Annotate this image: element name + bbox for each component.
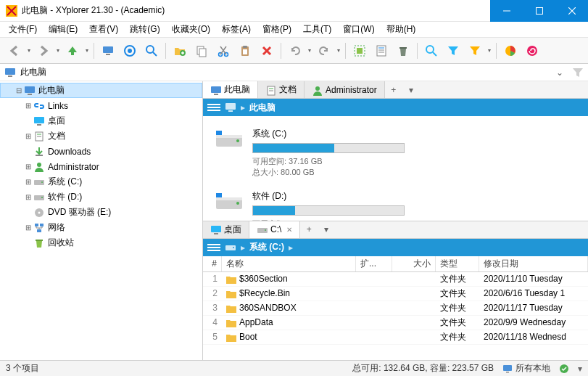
menu-item[interactable]: 收藏夹(O)	[166, 22, 216, 37]
redo-button[interactable]	[314, 41, 334, 61]
breadcrumb-item[interactable]: 系统 (C:)	[249, 241, 284, 253]
file-row[interactable]: 5Boot文件夹2020/11/18 Wednesd	[203, 330, 588, 345]
recycle-button[interactable]	[393, 41, 413, 61]
tab-dropdown[interactable]: ▾	[318, 221, 335, 238]
tree-expander[interactable]: ⊟	[14, 86, 24, 94]
menu-item[interactable]: 文件(F)	[3, 22, 43, 37]
address-dropdown[interactable]: ⌄	[552, 68, 568, 78]
menu-item[interactable]: 工具(T)	[297, 22, 337, 37]
tree-item[interactable]: ⊞Links	[0, 98, 202, 113]
maximize-button[interactable]	[523, 0, 555, 22]
menu-item[interactable]: 窗口(W)	[337, 22, 380, 37]
col-name[interactable]: 名称	[222, 256, 356, 271]
col-type[interactable]: 类型	[436, 256, 479, 271]
file-row[interactable]: 1$360Section文件夹2020/11/10 Tuesday	[203, 272, 588, 287]
nav-forward-dropdown[interactable]: ▾	[55, 47, 61, 54]
file-list[interactable]: 1$360Section文件夹2020/11/10 Tuesday2$Recyc…	[203, 272, 588, 361]
tab-add-button[interactable]: +	[385, 81, 402, 98]
menu-item[interactable]: 窗格(P)	[257, 22, 297, 37]
nav-up-dropdown[interactable]: ▾	[84, 47, 90, 54]
drive-list[interactable]: 系统 (C:)可用空间: 37.16 GB总大小: 80.00 GB软件 (D:…	[203, 116, 588, 221]
copy-button[interactable]	[191, 41, 212, 61]
file-row[interactable]: 2$Recycle.Bin文件夹2020/6/16 Tuesday 1	[203, 287, 588, 301]
spiral-button[interactable]	[522, 41, 542, 61]
tree-item[interactable]: ⊟此电脑	[0, 83, 202, 98]
properties-button[interactable]	[371, 41, 392, 61]
minimize-button[interactable]	[490, 0, 523, 22]
zoom-button[interactable]	[421, 41, 442, 61]
pane-top-breadcrumb[interactable]: ▸ 此电脑	[203, 99, 588, 116]
cut-button[interactable]	[213, 41, 233, 61]
paste-button[interactable]	[235, 41, 255, 61]
nav-back-dropdown[interactable]: ▾	[26, 47, 32, 54]
tab-add-button[interactable]: +	[300, 221, 318, 238]
nav-back-button[interactable]	[4, 41, 25, 61]
recycle-icon	[33, 237, 45, 249]
new-folder-button[interactable]	[170, 41, 190, 61]
menu-item[interactable]: 编辑(E)	[43, 22, 83, 37]
pane-tab[interactable]: 文档	[258, 81, 305, 98]
nav-up-button[interactable]	[62, 41, 83, 61]
pie-button[interactable]	[500, 41, 521, 61]
tree-item[interactable]: DVD 驱动器 (E:)	[0, 205, 202, 220]
menu-item[interactable]: 标签(A)	[216, 22, 257, 37]
filter-icon[interactable]	[572, 67, 584, 78]
pane-tab[interactable]: 桌面	[203, 221, 249, 238]
tree-item[interactable]: ⊞Administrator	[0, 159, 202, 174]
computer-button[interactable]	[98, 41, 118, 61]
tree-expander[interactable]: ⊞	[23, 224, 33, 232]
filter-gear-button[interactable]	[465, 41, 485, 61]
undo-dropdown[interactable]: ▾	[307, 47, 312, 54]
col-size[interactable]: 大小	[392, 256, 436, 271]
file-row[interactable]: 3360SANDBOX文件夹2020/11/17 Tuesday	[203, 301, 588, 316]
tree-expander[interactable]: ⊞	[23, 178, 33, 186]
tree-item[interactable]: ⊞系统 (C:)	[0, 174, 202, 189]
tree-item[interactable]: 回收站	[0, 235, 202, 250]
tab-close-icon[interactable]: ✕	[286, 226, 292, 234]
tree-expander[interactable]: ⊞	[23, 193, 33, 201]
delete-button[interactable]	[257, 41, 277, 61]
pane-bottom-breadcrumb[interactable]: ▸ 系统 (C:) ▸	[203, 239, 588, 256]
col-date[interactable]: 修改日期	[479, 256, 588, 271]
folder-tree[interactable]: ⊟此电脑⊞Links桌面⊞文档Downloads⊞Administrator⊞系…	[0, 81, 203, 360]
breadcrumb-item[interactable]: 此电脑	[249, 102, 276, 114]
tree-item[interactable]: Downloads	[0, 144, 202, 159]
burger-icon[interactable]	[207, 242, 220, 253]
tab-dropdown[interactable]: ▾	[402, 81, 420, 98]
burger-icon[interactable]	[207, 102, 220, 113]
tree-expander[interactable]: ⊞	[23, 102, 33, 110]
col-ext[interactable]: 扩...	[356, 256, 392, 271]
drive-icon	[225, 242, 236, 253]
undo-button[interactable]	[285, 41, 305, 61]
address-text[interactable]: 此电脑	[20, 66, 547, 78]
target-button[interactable]	[120, 41, 140, 61]
tree-expander[interactable]: ⊞	[23, 132, 33, 140]
col-number[interactable]: #	[203, 256, 222, 271]
svg-rect-51	[36, 240, 43, 241]
nav-forward-button[interactable]	[33, 41, 54, 61]
search-button[interactable]	[141, 41, 162, 61]
tree-item[interactable]: 桌面	[0, 113, 202, 128]
file-row[interactable]: 4AppData文件夹2020/9/9 Wednesday	[203, 316, 588, 330]
menu-item[interactable]: 帮助(H)	[381, 22, 422, 37]
addressbar[interactable]: 此电脑 ⌄	[0, 64, 588, 81]
menu-item[interactable]: 跳转(G)	[124, 22, 165, 37]
status-items: 3 个项目	[6, 362, 39, 375]
status-dropdown[interactable]: ▾	[578, 364, 582, 374]
redo-dropdown[interactable]: ▾	[336, 47, 341, 54]
drive-item[interactable]: 软件 (D:)可用空间: 95.48 GB	[212, 184, 579, 221]
status-local[interactable]: 所有本地	[502, 362, 550, 375]
pane-tab[interactable]: 此电脑	[203, 81, 258, 98]
select-button[interactable]	[349, 41, 370, 61]
close-button[interactable]	[555, 0, 588, 22]
tree-item[interactable]: ⊞文档	[0, 128, 202, 144]
filter-dropdown[interactable]: ▾	[486, 47, 492, 54]
filter-funnel-button[interactable]	[443, 41, 463, 61]
tree-item[interactable]: ⊞软件 (D:)	[0, 189, 202, 205]
tree-expander[interactable]: ⊞	[23, 163, 33, 171]
menu-item[interactable]: 查看(V)	[83, 22, 124, 37]
pane-tab[interactable]: C:\✕	[249, 221, 300, 238]
tree-item[interactable]: ⊞网络	[0, 220, 202, 235]
drive-item[interactable]: 系统 (C:)可用空间: 37.16 GB总大小: 80.00 GB	[212, 122, 579, 184]
pane-tab[interactable]: Administrator	[305, 81, 385, 98]
